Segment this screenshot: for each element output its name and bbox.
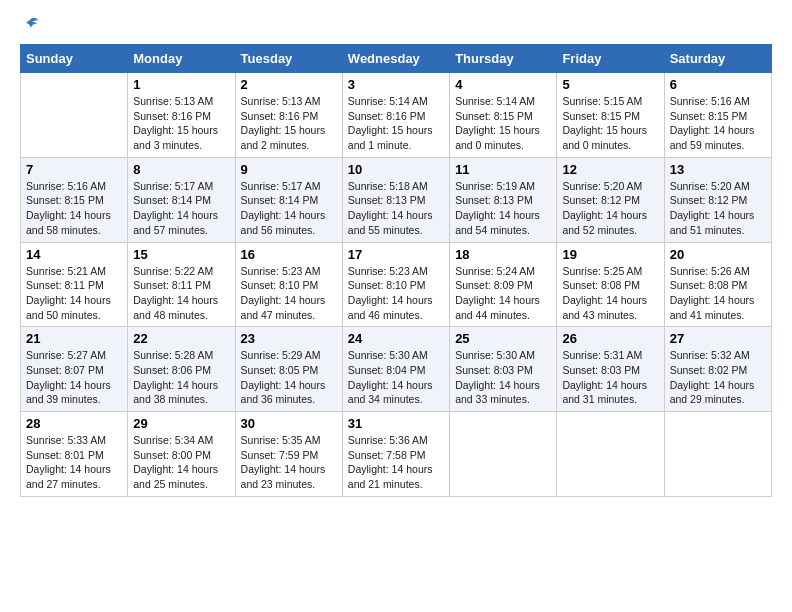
calendar-cell: 24Sunrise: 5:30 AMSunset: 8:04 PMDayligh… xyxy=(342,327,449,412)
day-number: 27 xyxy=(670,331,766,346)
day-number: 28 xyxy=(26,416,122,431)
calendar-cell: 15Sunrise: 5:22 AMSunset: 8:11 PMDayligh… xyxy=(128,242,235,327)
calendar-cell: 21Sunrise: 5:27 AMSunset: 8:07 PMDayligh… xyxy=(21,327,128,412)
calendar-cell: 9Sunrise: 5:17 AMSunset: 8:14 PMDaylight… xyxy=(235,157,342,242)
calendar-cell xyxy=(21,73,128,158)
weekday-header: Friday xyxy=(557,45,664,73)
weekday-header: Monday xyxy=(128,45,235,73)
calendar-cell: 6Sunrise: 5:16 AMSunset: 8:15 PMDaylight… xyxy=(664,73,771,158)
day-info: Sunrise: 5:25 AMSunset: 8:08 PMDaylight:… xyxy=(562,264,658,323)
day-number: 30 xyxy=(241,416,337,431)
day-number: 29 xyxy=(133,416,229,431)
day-number: 18 xyxy=(455,247,551,262)
day-info: Sunrise: 5:16 AMSunset: 8:15 PMDaylight:… xyxy=(26,179,122,238)
day-number: 9 xyxy=(241,162,337,177)
calendar-cell: 31Sunrise: 5:36 AMSunset: 7:58 PMDayligh… xyxy=(342,412,449,497)
calendar-cell: 7Sunrise: 5:16 AMSunset: 8:15 PMDaylight… xyxy=(21,157,128,242)
calendar-cell xyxy=(450,412,557,497)
day-info: Sunrise: 5:30 AMSunset: 8:03 PMDaylight:… xyxy=(455,348,551,407)
day-number: 3 xyxy=(348,77,444,92)
day-number: 19 xyxy=(562,247,658,262)
calendar-cell: 27Sunrise: 5:32 AMSunset: 8:02 PMDayligh… xyxy=(664,327,771,412)
calendar-cell: 23Sunrise: 5:29 AMSunset: 8:05 PMDayligh… xyxy=(235,327,342,412)
day-number: 12 xyxy=(562,162,658,177)
day-number: 11 xyxy=(455,162,551,177)
day-info: Sunrise: 5:21 AMSunset: 8:11 PMDaylight:… xyxy=(26,264,122,323)
day-number: 1 xyxy=(133,77,229,92)
day-number: 23 xyxy=(241,331,337,346)
calendar-cell: 14Sunrise: 5:21 AMSunset: 8:11 PMDayligh… xyxy=(21,242,128,327)
day-info: Sunrise: 5:20 AMSunset: 8:12 PMDaylight:… xyxy=(670,179,766,238)
day-number: 24 xyxy=(348,331,444,346)
day-info: Sunrise: 5:19 AMSunset: 8:13 PMDaylight:… xyxy=(455,179,551,238)
calendar-cell: 22Sunrise: 5:28 AMSunset: 8:06 PMDayligh… xyxy=(128,327,235,412)
page-header xyxy=(20,20,772,34)
calendar-cell xyxy=(664,412,771,497)
day-info: Sunrise: 5:14 AMSunset: 8:15 PMDaylight:… xyxy=(455,94,551,153)
weekday-header: Wednesday xyxy=(342,45,449,73)
day-info: Sunrise: 5:24 AMSunset: 8:09 PMDaylight:… xyxy=(455,264,551,323)
weekday-header: Thursday xyxy=(450,45,557,73)
day-number: 13 xyxy=(670,162,766,177)
weekday-header: Sunday xyxy=(21,45,128,73)
day-number: 5 xyxy=(562,77,658,92)
calendar-cell: 25Sunrise: 5:30 AMSunset: 8:03 PMDayligh… xyxy=(450,327,557,412)
calendar-cell: 18Sunrise: 5:24 AMSunset: 8:09 PMDayligh… xyxy=(450,242,557,327)
calendar-cell: 19Sunrise: 5:25 AMSunset: 8:08 PMDayligh… xyxy=(557,242,664,327)
day-info: Sunrise: 5:28 AMSunset: 8:06 PMDaylight:… xyxy=(133,348,229,407)
day-number: 7 xyxy=(26,162,122,177)
calendar-cell: 17Sunrise: 5:23 AMSunset: 8:10 PMDayligh… xyxy=(342,242,449,327)
calendar-cell: 29Sunrise: 5:34 AMSunset: 8:00 PMDayligh… xyxy=(128,412,235,497)
calendar-cell: 28Sunrise: 5:33 AMSunset: 8:01 PMDayligh… xyxy=(21,412,128,497)
calendar-cell: 26Sunrise: 5:31 AMSunset: 8:03 PMDayligh… xyxy=(557,327,664,412)
calendar-cell: 3Sunrise: 5:14 AMSunset: 8:16 PMDaylight… xyxy=(342,73,449,158)
day-number: 20 xyxy=(670,247,766,262)
day-info: Sunrise: 5:17 AMSunset: 8:14 PMDaylight:… xyxy=(133,179,229,238)
calendar-cell: 1Sunrise: 5:13 AMSunset: 8:16 PMDaylight… xyxy=(128,73,235,158)
day-info: Sunrise: 5:16 AMSunset: 8:15 PMDaylight:… xyxy=(670,94,766,153)
day-number: 16 xyxy=(241,247,337,262)
day-number: 22 xyxy=(133,331,229,346)
day-number: 10 xyxy=(348,162,444,177)
calendar-cell: 11Sunrise: 5:19 AMSunset: 8:13 PMDayligh… xyxy=(450,157,557,242)
calendar-cell: 13Sunrise: 5:20 AMSunset: 8:12 PMDayligh… xyxy=(664,157,771,242)
day-info: Sunrise: 5:31 AMSunset: 8:03 PMDaylight:… xyxy=(562,348,658,407)
day-info: Sunrise: 5:23 AMSunset: 8:10 PMDaylight:… xyxy=(241,264,337,323)
day-info: Sunrise: 5:27 AMSunset: 8:07 PMDaylight:… xyxy=(26,348,122,407)
day-info: Sunrise: 5:20 AMSunset: 8:12 PMDaylight:… xyxy=(562,179,658,238)
day-info: Sunrise: 5:26 AMSunset: 8:08 PMDaylight:… xyxy=(670,264,766,323)
day-info: Sunrise: 5:29 AMSunset: 8:05 PMDaylight:… xyxy=(241,348,337,407)
day-info: Sunrise: 5:32 AMSunset: 8:02 PMDaylight:… xyxy=(670,348,766,407)
calendar-cell: 5Sunrise: 5:15 AMSunset: 8:15 PMDaylight… xyxy=(557,73,664,158)
day-number: 14 xyxy=(26,247,122,262)
day-number: 8 xyxy=(133,162,229,177)
calendar-cell: 16Sunrise: 5:23 AMSunset: 8:10 PMDayligh… xyxy=(235,242,342,327)
day-info: Sunrise: 5:13 AMSunset: 8:16 PMDaylight:… xyxy=(241,94,337,153)
day-number: 4 xyxy=(455,77,551,92)
day-info: Sunrise: 5:17 AMSunset: 8:14 PMDaylight:… xyxy=(241,179,337,238)
day-info: Sunrise: 5:33 AMSunset: 8:01 PMDaylight:… xyxy=(26,433,122,492)
calendar-cell: 12Sunrise: 5:20 AMSunset: 8:12 PMDayligh… xyxy=(557,157,664,242)
day-number: 2 xyxy=(241,77,337,92)
day-number: 6 xyxy=(670,77,766,92)
day-info: Sunrise: 5:35 AMSunset: 7:59 PMDaylight:… xyxy=(241,433,337,492)
day-info: Sunrise: 5:18 AMSunset: 8:13 PMDaylight:… xyxy=(348,179,444,238)
calendar-cell: 4Sunrise: 5:14 AMSunset: 8:15 PMDaylight… xyxy=(450,73,557,158)
day-number: 17 xyxy=(348,247,444,262)
day-info: Sunrise: 5:14 AMSunset: 8:16 PMDaylight:… xyxy=(348,94,444,153)
day-number: 26 xyxy=(562,331,658,346)
weekday-header: Tuesday xyxy=(235,45,342,73)
calendar-cell: 30Sunrise: 5:35 AMSunset: 7:59 PMDayligh… xyxy=(235,412,342,497)
day-number: 25 xyxy=(455,331,551,346)
calendar-cell xyxy=(557,412,664,497)
logo-bird-icon xyxy=(22,16,40,34)
calendar-cell: 10Sunrise: 5:18 AMSunset: 8:13 PMDayligh… xyxy=(342,157,449,242)
day-info: Sunrise: 5:30 AMSunset: 8:04 PMDaylight:… xyxy=(348,348,444,407)
day-info: Sunrise: 5:13 AMSunset: 8:16 PMDaylight:… xyxy=(133,94,229,153)
logo xyxy=(20,20,40,34)
calendar-cell: 8Sunrise: 5:17 AMSunset: 8:14 PMDaylight… xyxy=(128,157,235,242)
day-info: Sunrise: 5:34 AMSunset: 8:00 PMDaylight:… xyxy=(133,433,229,492)
day-info: Sunrise: 5:22 AMSunset: 8:11 PMDaylight:… xyxy=(133,264,229,323)
day-number: 21 xyxy=(26,331,122,346)
weekday-header: Saturday xyxy=(664,45,771,73)
